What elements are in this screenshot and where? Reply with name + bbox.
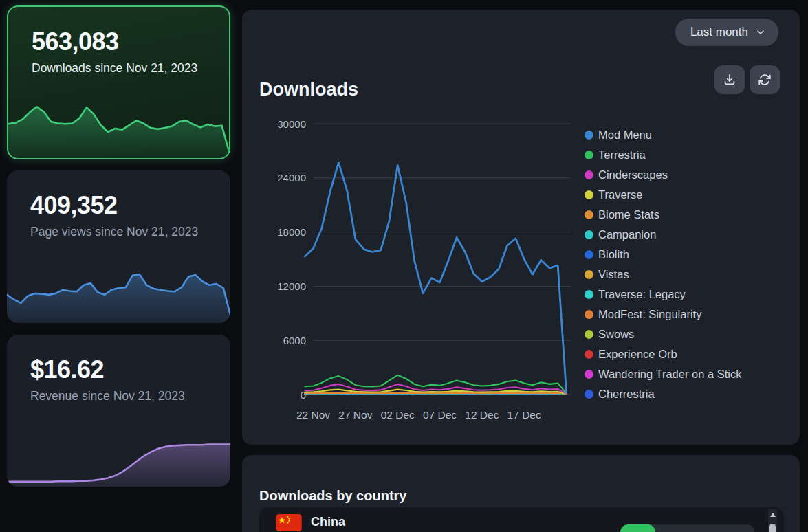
country-name: China [311, 515, 345, 529]
legend-label: Vistas [598, 268, 629, 281]
chevron-down-icon [755, 27, 766, 38]
legend-label: Traverse: Legacy [598, 288, 686, 301]
svg-text:12 Dec: 12 Dec [465, 409, 499, 421]
legend-dot-icon [585, 250, 593, 259]
legend-label: Wandering Trader on a Stick [598, 368, 742, 381]
legend-item[interactable]: Mod Menu [585, 125, 742, 145]
country-bar-fill [620, 524, 655, 532]
page-views-total: 409,352 [30, 191, 118, 220]
scroll-up-arrow-icon[interactable] [770, 513, 776, 517]
legend-item[interactable]: Campanion [585, 225, 742, 245]
legend-dot-icon [585, 190, 593, 199]
date-range-dropdown[interactable]: Last month [675, 19, 778, 46]
refresh-button[interactable] [750, 65, 780, 94]
legend-label: Biolith [598, 248, 629, 261]
revenue-sparkline [7, 437, 230, 487]
legend-dot-icon [585, 230, 593, 239]
legend-item[interactable]: Terrestria [585, 145, 742, 165]
downloads-panel: 060001200018000240003000022 Nov27 Nov02 … [242, 10, 800, 445]
legend-label: Mod Menu [598, 129, 652, 142]
revenue-total-label: Revenue since Nov 21, 2023 [30, 388, 202, 404]
date-range-label: Last month [690, 25, 748, 39]
stat-card-downloads[interactable]: 563,083 Downloads since Nov 21, 2023 [7, 5, 230, 159]
svg-text:02 Dec: 02 Dec [381, 409, 415, 421]
legend-item[interactable]: Biolith [585, 245, 742, 265]
legend-dot-icon [585, 310, 593, 319]
legend-label: Experience Orb [598, 348, 677, 361]
download-icon [722, 72, 737, 87]
revenue-total: $16.62 [30, 355, 104, 384]
legend-label: ModFest: Singularity [598, 308, 701, 321]
legend-dot-icon [585, 290, 593, 299]
downloads-sparkline [8, 99, 229, 158]
legend-dot-icon [585, 350, 593, 359]
scrollbar-thumb[interactable] [769, 524, 776, 532]
legend-dot-icon [585, 151, 593, 159]
page-views-total-label: Page views since Nov 21, 2023 [30, 224, 202, 240]
legend-dot-icon [585, 390, 593, 399]
downloads-total-label: Downloads since Nov 21, 2023 [32, 60, 204, 76]
stat-card-revenue[interactable]: $16.62 Revenue since Nov 21, 2023 [7, 335, 230, 487]
legend-dot-icon [585, 330, 593, 339]
country-list: China [259, 507, 784, 532]
legend-item[interactable]: Cinderscapes [585, 165, 742, 185]
legend-label: Traverse [598, 188, 643, 201]
legend-label: Biome Stats [598, 208, 659, 221]
svg-text:24000: 24000 [277, 172, 306, 184]
downloads-by-country-panel: Downloads by country China [242, 455, 800, 532]
country-list-scrollbar[interactable] [768, 509, 777, 532]
legend-dot-icon [585, 210, 593, 219]
legend-dot-icon [585, 370, 593, 379]
legend-item[interactable]: Vistas [585, 265, 742, 285]
refresh-icon [757, 72, 772, 87]
china-flag-icon [276, 514, 302, 531]
svg-text:6000: 6000 [283, 335, 306, 346]
legend-item[interactable]: Traverse: Legacy [585, 285, 742, 304]
chart-legend: Mod MenuTerrestriaCinderscapesTraverseBi… [585, 125, 742, 404]
legend-item[interactable]: Wandering Trader on a Stick [585, 364, 742, 384]
legend-label: Campanion [598, 228, 656, 241]
svg-text:18000: 18000 [277, 226, 306, 238]
legend-dot-icon [585, 270, 593, 279]
country-row: China [259, 507, 784, 532]
downloads-total: 563,083 [32, 27, 119, 56]
legend-item[interactable]: Experience Orb [585, 344, 742, 364]
svg-text:12000: 12000 [277, 280, 306, 292]
legend-dot-icon [585, 170, 593, 179]
svg-text:07 Dec: 07 Dec [423, 409, 457, 421]
legend-item[interactable]: Biome Stats [585, 205, 742, 225]
legend-item[interactable]: Swows [585, 324, 742, 344]
country-panel-title: Downloads by country [259, 488, 406, 504]
panel-title: Downloads [259, 79, 358, 100]
svg-text:17 Dec: 17 Dec [507, 409, 541, 421]
legend-dot-icon [585, 131, 593, 140]
svg-text:22 Nov: 22 Nov [296, 409, 330, 421]
svg-text:27 Nov: 27 Nov [338, 409, 372, 421]
legend-label: Cinderscapes [598, 168, 668, 181]
legend-label: Swows [598, 328, 634, 341]
stat-card-page-views[interactable]: 409,352 Page views since Nov 21, 2023 [7, 170, 230, 323]
export-csv-button[interactable] [714, 65, 745, 94]
country-bar-track [620, 524, 754, 532]
legend-label: Terrestria [598, 148, 646, 162]
legend-label: Cherrestria [598, 388, 655, 401]
legend-item[interactable]: ModFest: Singularity [585, 304, 742, 324]
svg-text:30000: 30000 [277, 118, 306, 130]
page-views-sparkline [7, 267, 230, 323]
legend-item[interactable]: Traverse [585, 185, 742, 205]
legend-item[interactable]: Cherrestria [585, 384, 742, 404]
